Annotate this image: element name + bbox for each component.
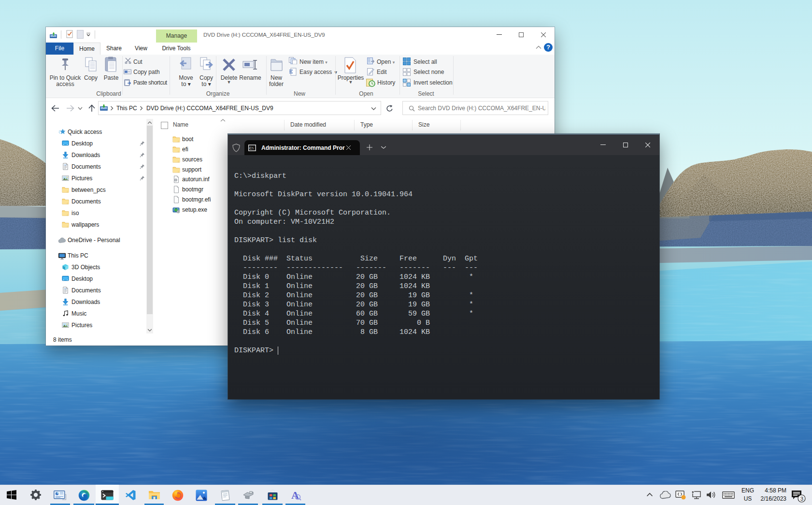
svg-text:3: 3 xyxy=(800,496,803,502)
svg-text:C:\: C:\ xyxy=(249,146,254,150)
